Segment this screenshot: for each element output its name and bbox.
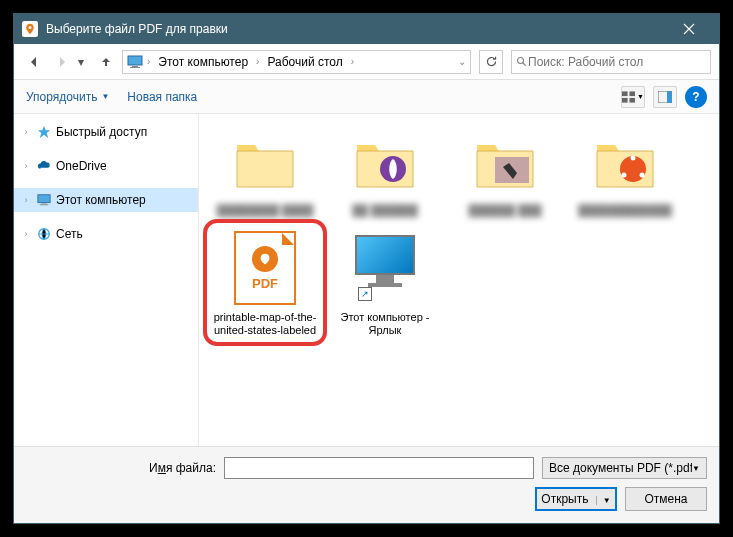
organize-button[interactable]: Упорядочить ▼: [26, 90, 109, 104]
preview-pane-button[interactable]: [653, 86, 677, 108]
folder-item[interactable]: ████████████: [567, 126, 683, 221]
history-dropdown[interactable]: ▾: [78, 55, 90, 69]
svg-rect-9: [667, 91, 672, 103]
help-button[interactable]: ?: [685, 86, 707, 108]
filename-label: Имя файла:: [26, 461, 216, 475]
chevron-down-icon[interactable]: ⌄: [458, 56, 466, 67]
svg-rect-4: [622, 91, 628, 96]
svg-rect-1: [132, 66, 138, 67]
svg-rect-2: [130, 67, 140, 68]
titlebar-title: Выберите файл PDF для правки: [46, 22, 667, 36]
file-label: printable-map-of-the-united-states-label…: [211, 311, 319, 337]
tree-onedrive[interactable]: › OneDrive: [14, 154, 198, 178]
svg-rect-7: [629, 97, 635, 102]
svg-point-18: [622, 173, 627, 178]
svg-rect-12: [40, 204, 49, 205]
chevron-right-icon: ›: [351, 56, 354, 67]
file-label: Этот компьютер - Ярлык: [331, 311, 439, 337]
search-input[interactable]: [528, 55, 706, 69]
filename-input[interactable]: [224, 457, 534, 479]
breadcrumb-thispc[interactable]: Этот компьютер: [154, 53, 252, 71]
svg-rect-5: [629, 91, 635, 96]
chevron-right-icon: ›: [147, 56, 150, 67]
close-button[interactable]: [667, 14, 711, 44]
pdf-icon: PDF: [234, 231, 296, 305]
open-button[interactable]: Открыть ▼: [535, 487, 617, 511]
tree-quick-access[interactable]: › Быстрый доступ: [14, 120, 198, 144]
toolbar: Упорядочить ▼ Новая папка ▼ ?: [14, 80, 719, 114]
navigation-tree: › Быстрый доступ › OneDrive › Этот компь…: [14, 114, 199, 446]
pc-icon: [127, 54, 143, 70]
folder-item[interactable]: ████████ ████: [207, 126, 323, 221]
app-icon: [22, 21, 38, 37]
svg-point-17: [631, 156, 636, 161]
svg-point-3: [518, 57, 524, 63]
pc-icon: [36, 192, 52, 208]
network-icon: [36, 226, 52, 242]
footer: Имя файла: Все документы PDF (*.pdf, *.p…: [14, 446, 719, 523]
tree-this-pc[interactable]: › Этот компьютер: [14, 188, 198, 212]
titlebar: Выберите файл PDF для правки: [14, 14, 719, 44]
pc-shortcut-icon: ↗: [350, 235, 420, 301]
star-icon: [36, 124, 52, 140]
navbar: ▾ › Этот компьютер › Рабочий стол › ⌄: [14, 44, 719, 80]
tree-network[interactable]: › Сеть: [14, 222, 198, 246]
breadcrumb[interactable]: › Этот компьютер › Рабочий стол › ⌄: [122, 50, 471, 74]
back-button[interactable]: [22, 50, 46, 74]
svg-rect-11: [41, 204, 46, 205]
search-box[interactable]: [511, 50, 711, 74]
forward-button[interactable]: [50, 50, 74, 74]
svg-rect-0: [128, 56, 142, 65]
body: › Быстрый доступ › OneDrive › Этот компь…: [14, 114, 719, 446]
new-folder-button[interactable]: Новая папка: [127, 90, 197, 104]
folder-item[interactable]: ██████ ███: [447, 126, 563, 221]
chevron-right-icon: ›: [256, 56, 259, 67]
refresh-button[interactable]: [479, 50, 503, 74]
shortcut-item[interactable]: ↗ Этот компьютер - Ярлык: [327, 225, 443, 341]
search-icon: [516, 56, 528, 68]
breadcrumb-desktop[interactable]: Рабочий стол: [263, 53, 346, 71]
svg-point-19: [640, 173, 645, 178]
svg-rect-10: [38, 195, 50, 203]
file-list: ████████ ████ ██ ██████ ██████ ███ █████…: [199, 114, 719, 446]
view-options-button[interactable]: ▼: [621, 86, 645, 108]
cloud-icon: [36, 158, 52, 174]
svg-rect-6: [622, 97, 628, 102]
pdf-file-item[interactable]: PDF printable-map-of-the-united-states-l…: [207, 225, 323, 341]
folder-item[interactable]: ██ ██████: [327, 126, 443, 221]
filetype-combo[interactable]: Все документы PDF (*.pdf, *.pc ▼: [542, 457, 707, 479]
up-button[interactable]: [94, 50, 118, 74]
file-open-dialog: Выберите файл PDF для правки ▾ › Этот ко…: [13, 13, 720, 524]
cancel-button[interactable]: Отмена: [625, 487, 707, 511]
